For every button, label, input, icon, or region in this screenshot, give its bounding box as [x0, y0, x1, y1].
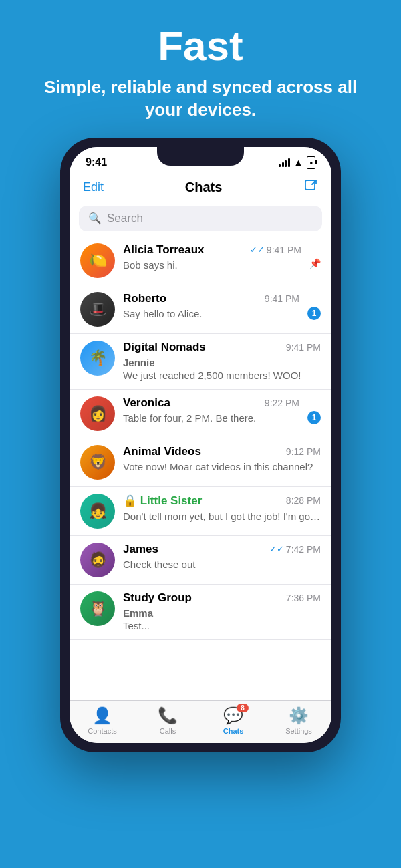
signal-icon	[279, 158, 290, 167]
status-time: 9:41	[86, 156, 107, 168]
chat-preview-study-group: EmmaTest...	[123, 607, 321, 633]
avatar-roberto: 🎩	[80, 292, 115, 327]
phone-wrapper: 9:41 ▲ ▪ Edit	[0, 138, 401, 752]
chat-name-study-group: Study Group	[123, 591, 192, 605]
search-icon: 🔍	[88, 212, 102, 225]
chat-name-little-sister: 🔒 Little Sister	[123, 494, 202, 508]
chat-preview-little-sister: Don't tell mom yet, but I got the job! I…	[123, 510, 321, 523]
pin-icon-alicia: 📌	[309, 258, 321, 269]
phone-frame: 9:41 ▲ ▪ Edit	[60, 138, 341, 752]
tab-icon-settings: ⚙️	[289, 706, 309, 724]
avatar-animal-videos: 🦁	[80, 445, 115, 480]
unread-badge-veronica: 1	[307, 411, 321, 424]
chat-time-little-sister: 8:28 PM	[286, 495, 321, 506]
chat-name-animal-videos: Animal Videos	[123, 445, 201, 458]
tab-label-settings: Settings	[285, 727, 312, 735]
chat-item-alicia[interactable]: 🍋Alicia Torreaux✓✓ 9:41 PMBob says hi.📌	[70, 237, 331, 285]
chat-time-digital-nomads: 9:41 PM	[286, 342, 321, 353]
chat-time-veronica: 9:22 PM	[265, 398, 299, 408]
chat-meta-roberto: 1	[307, 292, 321, 320]
chat-preview-roberto: Say hello to Alice.	[123, 307, 299, 321]
chat-content-roberto: Roberto9:41 PMSay hello to Alice.	[123, 292, 299, 321]
search-bar[interactable]: 🔍 Search	[79, 206, 322, 231]
chat-item-james[interactable]: 🧔James✓✓ 7:42 PMCheck these out	[70, 536, 331, 585]
chat-time-animal-videos: 9:12 PM	[286, 446, 321, 457]
avatar-james: 🧔	[80, 543, 115, 577]
chat-list: 🍋Alicia Torreaux✓✓ 9:41 PMBob says hi.📌🎩…	[70, 237, 331, 700]
chat-item-little-sister[interactable]: 👧🔒 Little Sister8:28 PMDon't tell mom ye…	[70, 487, 331, 536]
phone-screen: 9:41 ▲ ▪ Edit	[70, 147, 331, 743]
double-check-icon: ✓✓	[269, 544, 284, 554]
status-icons: ▲ ▪	[279, 156, 315, 169]
chat-item-study-group[interactable]: 🦉Study Group7:36 PMEmmaTest...	[70, 585, 331, 640]
hero-section: Fast Simple, reliable and synced across …	[0, 0, 401, 138]
chat-time-james: ✓✓ 7:42 PM	[269, 544, 321, 555]
tab-icon-wrap-calls: 📞	[158, 706, 178, 725]
status-bar: 9:41 ▲ ▪	[70, 147, 331, 173]
tab-icon-wrap-contacts: 👤	[92, 706, 112, 725]
avatar-alicia: 🍋	[80, 243, 115, 278]
svg-rect-0	[305, 180, 315, 190]
chat-name-digital-nomads: Digital Nomads	[123, 341, 206, 354]
battery-icon: ▪	[307, 156, 315, 169]
chat-preview-veronica: Table for four, 2 PM. Be there.	[123, 412, 299, 425]
chat-content-digital-nomads: Digital Nomads9:41 PMJennieWe just reach…	[123, 341, 321, 382]
unread-badge-roberto: 1	[307, 307, 321, 320]
chat-content-study-group: Study Group7:36 PMEmmaTest...	[123, 591, 321, 633]
tab-settings[interactable]: ⚙️Settings	[266, 706, 331, 735]
chat-content-james: James✓✓ 7:42 PMCheck these out	[123, 543, 321, 571]
chat-item-veronica[interactable]: 👩Veronica9:22 PMTable for four, 2 PM. Be…	[70, 390, 331, 438]
tab-icon-calls: 📞	[158, 706, 178, 724]
double-check-icon: ✓✓	[250, 245, 265, 255]
tab-badge-chats: 8	[237, 704, 249, 712]
tab-label-contacts: Contacts	[88, 727, 116, 735]
chat-preview-digital-nomads: JennieWe just reached 2,500 members! WOO…	[123, 356, 321, 382]
tab-label-chats: Chats	[223, 727, 244, 735]
chat-content-animal-videos: Animal Videos9:12 PMVote now! Moar cat v…	[123, 445, 321, 474]
chat-name-veronica: Veronica	[123, 396, 170, 410]
hero-title: Fast	[27, 25, 374, 67]
compose-button[interactable]	[303, 178, 318, 196]
tab-icon-wrap-chats: 💬8	[223, 706, 243, 725]
chat-time-study-group: 7:36 PM	[286, 593, 321, 603]
chat-content-veronica: Veronica9:22 PMTable for four, 2 PM. Be …	[123, 396, 299, 425]
tab-calls[interactable]: 📞Calls	[135, 706, 200, 735]
chat-item-animal-videos[interactable]: 🦁Animal Videos9:12 PMVote now! Moar cat …	[70, 438, 331, 487]
tab-label-calls: Calls	[160, 727, 176, 735]
chat-preview-animal-videos: Vote now! Moar cat videos in this channe…	[123, 460, 321, 474]
chat-preview-alicia: Bob says hi.	[123, 259, 301, 272]
tab-icon-contacts: 👤	[92, 706, 112, 724]
chat-preview-james: Check these out	[123, 558, 321, 571]
chat-meta-alicia: 📌	[309, 243, 321, 269]
chat-content-alicia: Alicia Torreaux✓✓ 9:41 PMBob says hi.	[123, 243, 301, 272]
chat-content-little-sister: 🔒 Little Sister8:28 PMDon't tell mom yet…	[123, 494, 321, 523]
avatar-veronica: 👩	[80, 396, 115, 431]
chat-time-alicia: ✓✓ 9:41 PM	[250, 245, 301, 255]
nav-title: Chats	[185, 180, 223, 195]
wifi-icon: ▲	[294, 157, 303, 168]
hero-subtitle: Simple, reliable and synced across all y…	[27, 76, 374, 122]
edit-button[interactable]: Edit	[83, 180, 104, 194]
notch	[157, 147, 244, 166]
chat-item-roberto[interactable]: 🎩Roberto9:41 PMSay hello to Alice.1	[70, 285, 331, 334]
chat-time-roberto: 9:41 PM	[265, 293, 299, 304]
avatar-little-sister: 👧	[80, 494, 115, 529]
chat-item-digital-nomads[interactable]: 🌴Digital Nomads9:41 PMJennieWe just reac…	[70, 334, 331, 390]
tab-contacts[interactable]: 👤Contacts	[70, 706, 135, 735]
avatar-digital-nomads: 🌴	[80, 341, 115, 376]
avatar-study-group: 🦉	[80, 591, 115, 626]
nav-bar: Edit Chats	[70, 173, 331, 203]
chat-name-james: James	[123, 543, 158, 556]
tab-bar: 👤Contacts📞Calls💬8Chats⚙️Settings	[70, 700, 331, 743]
chat-name-roberto: Roberto	[123, 292, 166, 305]
search-placeholder: Search	[107, 212, 143, 225]
chat-meta-veronica: 1	[307, 396, 321, 424]
chat-name-alicia: Alicia Torreaux	[123, 243, 205, 257]
tab-chats[interactable]: 💬8Chats	[200, 706, 266, 735]
tab-icon-wrap-settings: ⚙️	[289, 706, 309, 725]
